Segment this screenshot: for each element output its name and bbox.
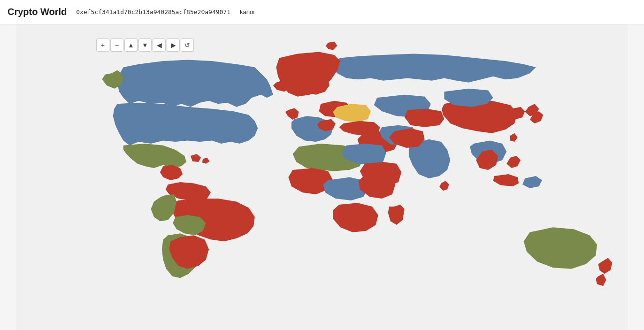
map-container[interactable]: + − ▲ ▼ ◀ ▶ ↺ [0, 24, 644, 330]
app-title: Crypto World [8, 7, 67, 17]
pan-left-button[interactable]: ◀ [153, 38, 166, 52]
cursor-label[interactable]: kanoi [240, 8, 254, 15]
zoom-out-button[interactable]: − [110, 38, 123, 52]
pan-down-button[interactable]: ▼ [138, 38, 152, 52]
wallet-address: 0xef5cf341a1d70c2b13a940285acf85e20a9490… [76, 8, 230, 15]
pan-right-button[interactable]: ▶ [167, 38, 180, 52]
world-map-svg[interactable] [0, 24, 644, 330]
reset-button[interactable]: ↺ [181, 38, 194, 52]
zoom-in-button[interactable]: + [96, 38, 109, 52]
app-header: Crypto World 0xef5cf341a1d70c2b13a940285… [0, 0, 644, 24]
pan-up-button[interactable]: ▲ [124, 38, 138, 52]
map-controls: + − ▲ ▼ ◀ ▶ ↺ [96, 38, 194, 52]
